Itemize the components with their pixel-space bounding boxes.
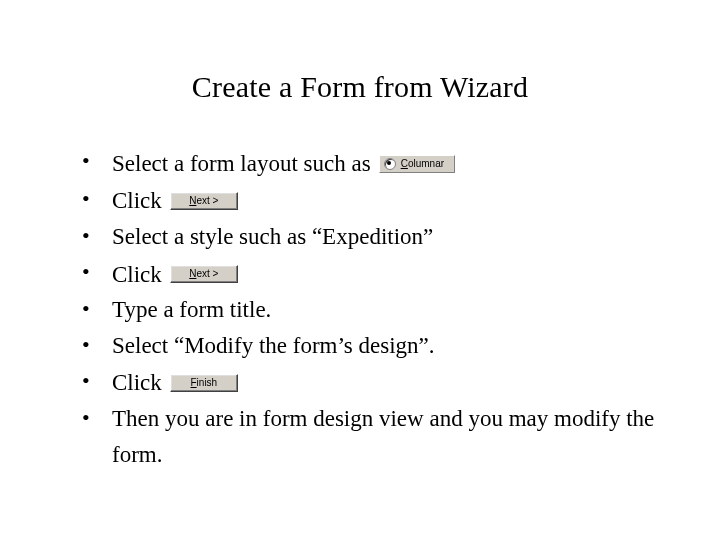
columnar-radio-option[interactable]: Columnar [379, 155, 455, 173]
list-item: Select “Modify the form’s design”. [96, 328, 660, 364]
page-title: Create a Form from Wizard [60, 70, 660, 104]
slide: Create a Form from Wizard Select a form … [0, 0, 720, 540]
list-item: Select a style such as “Expedition” [96, 219, 660, 255]
finish-button[interactable]: Finish [170, 374, 238, 392]
list-item-text: Select “Modify the form’s design”. [112, 333, 435, 358]
instruction-list: Select a form layout such as Columnar Cl… [60, 144, 660, 472]
list-item-text: Click [112, 183, 162, 219]
list-item-text: Select a style such as “Expedition” [112, 224, 433, 249]
list-item: Click Finish [96, 364, 660, 402]
list-item-text: Type a form title. [112, 297, 271, 322]
list-item-text: Click [112, 365, 162, 401]
list-item-text: Then you are in form design view and you… [112, 406, 654, 467]
next-button[interactable]: Next > [170, 265, 238, 283]
radio-icon [384, 158, 396, 170]
list-item: Select a form layout such as Columnar [96, 144, 660, 182]
list-item: Type a form title. [96, 292, 660, 328]
list-item: Then you are in form design view and you… [96, 401, 660, 472]
list-item: Click Next > [96, 182, 660, 220]
radio-label: Columnar [401, 157, 444, 171]
list-item-text: Click [112, 257, 162, 293]
list-item: Click Next > [96, 255, 660, 293]
list-item-text: Select a form layout such as [112, 146, 371, 182]
next-button[interactable]: Next > [170, 192, 238, 210]
